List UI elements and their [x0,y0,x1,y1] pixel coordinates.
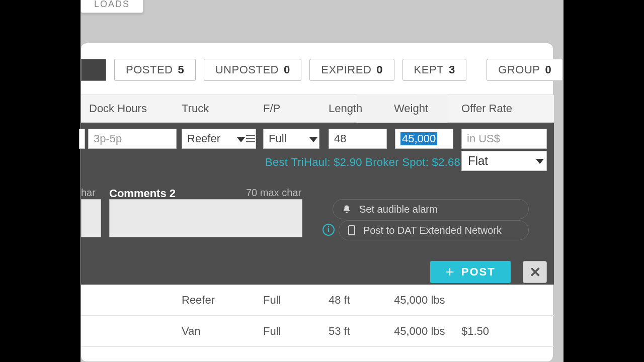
alarm-label: Set audible alarm [359,204,438,215]
close-button[interactable]: ✕ [523,261,547,283]
load-rows: Reefer Full 48 ft 45,000 lbs Van Full 53… [81,285,554,362]
list-icon [246,135,255,142]
prev-input-cropped[interactable] [79,129,85,149]
header-dock: Dock Hours [89,102,147,115]
info-icon[interactable]: i [323,224,335,236]
cell-weight: 45,000 lbs [394,325,445,338]
tab-label: UNPOSTED [215,63,279,76]
tab-bar: POSTED 5 UNPOSTED 0 EXPIRED 0 KEPT 3 GRO… [81,59,563,81]
header-length: Length [329,102,362,115]
table-row[interactable]: Van Full 53 ft 45,000 lbs $1.50 [81,316,554,347]
cell-weight: 45,000 lbs [394,294,445,307]
table-row[interactable]: Reefer Full 48 ft 45,000 lbs [81,285,554,316]
tab-group[interactable]: GROUP 0 [487,59,562,81]
tab-count: 0 [376,63,382,76]
device-icon [348,225,355,235]
loads-button[interactable]: LOADS [80,0,143,13]
column-headers: Dock Hours Truck F/P Length Weight Offer… [81,95,554,123]
char-hint-2: 70 max char [246,187,301,199]
extended-network-toggle[interactable]: Post to DAT Extended Network [339,220,529,240]
post-label: POST [461,265,496,279]
cell-fp: Full [263,294,281,307]
tab-label: KEPT [414,63,444,76]
truck-select[interactable]: Reefer [182,129,256,149]
comments-1-textarea[interactable] [81,199,101,237]
char-hint-1: har [81,187,96,199]
tab-count: 0 [545,63,551,76]
fp-value: Full [269,132,286,145]
weight-input[interactable]: 45,000 [395,129,453,149]
dock-hours-input[interactable] [88,129,177,149]
tab-count: 5 [178,63,184,76]
tab-label: POSTED [126,63,173,76]
tab-posted[interactable]: POSTED 5 [114,59,196,81]
tab-label: EXPIRED [321,63,371,76]
tab-count: 3 [449,63,455,76]
tab-kept[interactable]: KEPT 3 [403,59,467,81]
app-frame: LOADS POSTED 5 UNPOSTED 0 EXPIRED 0 K [80,0,564,362]
cell-truck: Reefer [182,294,215,307]
rate-type-select[interactable]: Flat [461,151,547,171]
fp-select[interactable]: Full [263,129,319,149]
tab-active-left[interactable] [81,59,106,81]
header-rate: Offer Rate [461,102,512,115]
bell-icon [342,205,351,214]
tab-unposted[interactable]: UNPOSTED 0 [204,59,302,81]
table-row[interactable] [81,347,554,362]
cell-fp: Full [263,325,281,338]
comments-2-textarea[interactable] [109,199,302,237]
header-fp: F/P [263,102,280,115]
extended-label: Post to DAT Extended Network [363,225,502,236]
tab-label: GROUP [498,63,540,76]
header-weight: Weight [394,102,428,115]
weight-value: 45,000 [400,132,437,145]
cell-truck: Van [182,325,201,338]
rate-info-text: Best TriHaul: $2.90 Broker Spot: $2.68 [265,156,460,169]
tab-expired[interactable]: EXPIRED 0 [309,59,394,81]
rate-type-value: Flat [468,154,488,168]
post-button[interactable]: + POST [430,261,511,283]
cell-length: 53 ft [329,325,350,338]
cell-rate: $1.50 [461,325,489,338]
header-truck: Truck [182,102,209,115]
main-panel: POSTED 5 UNPOSTED 0 EXPIRED 0 KEPT 3 GRO… [80,43,553,362]
cell-length: 48 ft [329,294,350,307]
svg-rect-0 [349,226,355,235]
post-form: Reefer Full 45,000 Best TriHaul: $2.90 B… [81,123,554,285]
tab-count: 0 [284,63,290,76]
close-icon: ✕ [529,264,541,281]
audible-alarm-toggle[interactable]: Set audible alarm [333,199,529,219]
offer-rate-input[interactable] [461,129,547,149]
truck-value: Reefer [187,132,220,145]
length-input[interactable] [329,129,387,149]
comments-2-label: Comments 2 [109,187,176,200]
